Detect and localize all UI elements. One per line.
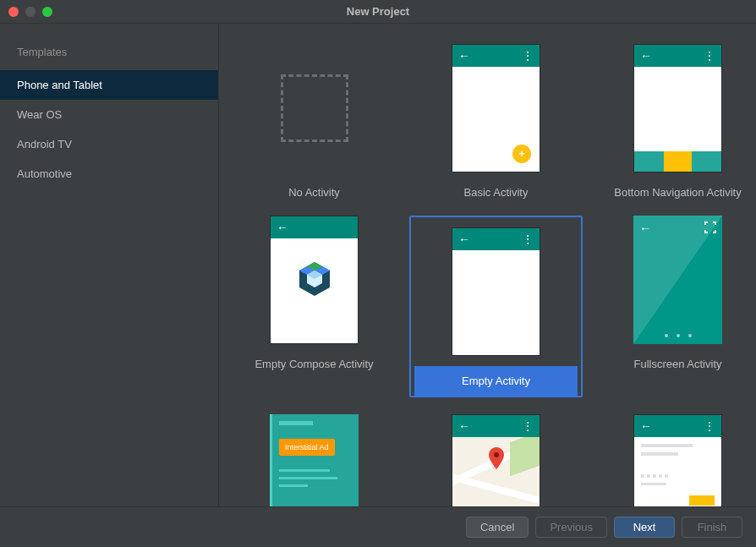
activity-label: No Activity bbox=[288, 186, 340, 199]
sidebar-header: Templates bbox=[0, 41, 218, 70]
maximize-window-button[interactable] bbox=[42, 7, 52, 17]
activity-label: Fullscreen Activity bbox=[633, 358, 721, 370]
interstitial-line bbox=[279, 484, 308, 487]
activity-card-empty[interactable]: ← ⋮ Empty Activity bbox=[409, 216, 583, 397]
activity-card-no-activity[interactable]: No Activity bbox=[236, 44, 392, 199]
master-line bbox=[641, 444, 693, 447]
activity-card-fullscreen[interactable]: ← Fullscreen Activity bbox=[600, 216, 756, 397]
overflow-menu-icon: ⋮ bbox=[522, 237, 534, 242]
master-detail-preview: ← ⋮ bbox=[633, 414, 722, 506]
back-arrow-icon: ← bbox=[458, 419, 470, 433]
window-title: New Project bbox=[347, 5, 409, 18]
map-park-icon bbox=[510, 437, 540, 476]
activity-card-basic[interactable]: ← ⋮ + Basic Activity bbox=[418, 44, 574, 199]
empty-activity-preview: ← ⋮ bbox=[452, 227, 540, 356]
back-arrow-icon: ← bbox=[640, 49, 652, 63]
back-arrow-icon: ← bbox=[277, 221, 288, 234]
map-pin-icon bbox=[489, 447, 504, 469]
pager-dot-icon bbox=[688, 334, 692, 337]
preview-app-bar: ← ⋮ bbox=[452, 228, 540, 250]
master-line bbox=[641, 452, 678, 456]
interstitial-line bbox=[279, 477, 337, 479]
activity-label: Bottom Navigation Activity bbox=[614, 186, 741, 199]
overflow-menu-icon: ⋮ bbox=[522, 53, 534, 58]
activity-label: Basic Activity bbox=[464, 186, 529, 199]
sidebar-item-automotive[interactable]: Automotive bbox=[0, 159, 218, 189]
master-line bbox=[641, 483, 666, 485]
activity-card-bottom-nav[interactable]: ← ⋮ Bottom Navigation Activity bbox=[600, 44, 756, 199]
sidebar-item-wear-os[interactable]: Wear OS bbox=[0, 100, 218, 129]
compose-logo-icon bbox=[294, 259, 335, 299]
fullscreen-pager-dots bbox=[633, 334, 722, 337]
map-body bbox=[452, 437, 540, 506]
back-arrow-icon: ← bbox=[639, 222, 651, 235]
wizard-footer: Cancel Previous Next Finish bbox=[0, 506, 756, 547]
master-dot-icon bbox=[659, 474, 662, 478]
main-area: Templates Phone and Tablet Wear OS Andro… bbox=[0, 24, 756, 506]
activity-grid: No Activity ← ⋮ + Basic Activity ← bbox=[236, 44, 739, 506]
preview-bottom-nav-active bbox=[664, 151, 693, 172]
activity-label: Empty Compose Activity bbox=[255, 358, 373, 370]
expand-icon bbox=[704, 222, 716, 233]
fab-plus-icon: + bbox=[512, 145, 531, 163]
back-arrow-icon: ← bbox=[640, 419, 652, 433]
overflow-menu-icon: ⋮ bbox=[704, 53, 715, 58]
map-preview: ← ⋮ bbox=[452, 414, 540, 506]
master-button-icon bbox=[689, 495, 715, 506]
titlebar: New Project bbox=[0, 0, 756, 24]
activity-card-map[interactable]: ← ⋮ bbox=[418, 414, 574, 506]
preview-bottom-nav bbox=[634, 151, 721, 172]
close-window-button[interactable] bbox=[8, 7, 19, 17]
minimize-window-button[interactable] bbox=[25, 7, 36, 17]
next-button[interactable]: Next bbox=[614, 517, 675, 538]
window-controls bbox=[8, 7, 52, 17]
interstitial-line bbox=[279, 421, 313, 425]
interstitial-ad-badge: Interstitial Ad bbox=[279, 439, 335, 456]
activity-card-compose[interactable]: ← Empty Compose Activity bbox=[236, 216, 392, 397]
preview-app-bar: ← ⋮ bbox=[452, 45, 540, 67]
activity-card-master-detail[interactable]: ← ⋮ bbox=[600, 414, 756, 506]
compose-preview: ← bbox=[270, 216, 359, 344]
pager-dot-icon bbox=[665, 334, 668, 337]
master-dots bbox=[641, 474, 715, 478]
preview-app-bar: ← ⋮ bbox=[634, 415, 721, 437]
back-arrow-icon: ← bbox=[458, 49, 470, 63]
overflow-menu-icon: ⋮ bbox=[704, 424, 715, 429]
basic-activity-preview: ← ⋮ + bbox=[452, 44, 540, 172]
finish-button: Finish bbox=[682, 517, 742, 538]
interstitial-line bbox=[279, 469, 330, 472]
back-arrow-icon: ← bbox=[458, 232, 470, 246]
no-activity-placeholder-icon bbox=[281, 74, 348, 142]
sidebar-item-android-tv[interactable]: Android TV bbox=[0, 129, 218, 159]
master-dot-icon bbox=[641, 474, 644, 478]
interstitial-preview: Interstitial Ad bbox=[270, 414, 359, 506]
templates-sidebar: Templates Phone and Tablet Wear OS Andro… bbox=[0, 24, 219, 506]
master-dot-icon bbox=[647, 474, 650, 478]
cancel-button[interactable]: Cancel bbox=[466, 517, 529, 538]
master-dot-icon bbox=[653, 474, 656, 478]
activity-card-interstitial[interactable]: Interstitial Ad bbox=[236, 414, 392, 506]
overflow-menu-icon: ⋮ bbox=[522, 424, 534, 429]
fullscreen-top-bar: ← bbox=[639, 222, 716, 235]
preview-app-bar: ← ⋮ bbox=[452, 415, 540, 437]
preview-app-bar: ← bbox=[271, 216, 358, 238]
master-dot-icon bbox=[665, 474, 668, 478]
activity-label: Empty Activity bbox=[414, 366, 578, 396]
fullscreen-preview: ← bbox=[633, 216, 722, 344]
preview-app-bar: ← ⋮ bbox=[634, 45, 721, 67]
master-body bbox=[634, 437, 721, 497]
pager-dot-icon bbox=[677, 334, 680, 337]
svg-point-5 bbox=[494, 452, 499, 457]
map-road-icon bbox=[452, 472, 540, 506]
interstitial-body: Interstitial Ad bbox=[270, 414, 359, 506]
bottom-nav-preview: ← ⋮ bbox=[633, 44, 722, 172]
sidebar-item-phone-tablet[interactable]: Phone and Tablet bbox=[0, 70, 218, 100]
previous-button: Previous bbox=[535, 517, 607, 538]
activity-gallery: No Activity ← ⋮ + Basic Activity ← bbox=[219, 24, 756, 506]
fullscreen-body: ← bbox=[633, 216, 722, 344]
